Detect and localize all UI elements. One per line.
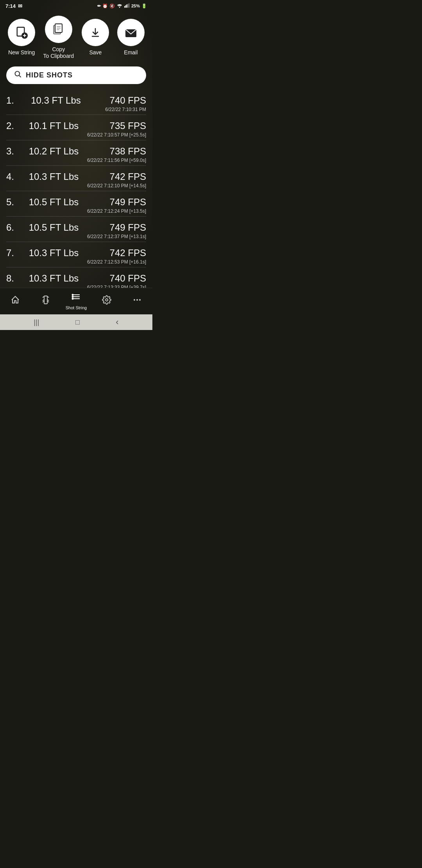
copy-clipboard-icon-circle [45, 16, 72, 43]
svg-point-33 [72, 298, 73, 299]
wifi-icon [116, 3, 123, 9]
hide-shots-label: HIDE SHOTS [26, 71, 73, 79]
shot-right-info: 740 FPS6/22/22 7:13:33 PM [+39.7s] [87, 273, 146, 288]
more-icon [132, 295, 142, 307]
svg-point-19 [15, 71, 20, 76]
new-string-label: New String [8, 49, 35, 56]
shot-energy: 10.3 FT Lbs [20, 247, 87, 258]
table-row[interactable]: 2.10.1 FT Lbs735 FPS6/22/22 7:10:57 PM [… [6, 115, 146, 140]
svg-rect-1 [124, 6, 125, 7]
shot-fps: 742 FPS [87, 247, 146, 258]
android-back[interactable]: ‹ [116, 317, 118, 327]
svg-rect-27 [44, 296, 47, 304]
shot-number: 8. [6, 273, 20, 284]
shot-right-info: 738 FPS6/22/22 7:11:56 PM [+59.0s] [87, 146, 146, 163]
status-bar: 7:14 ✉ ✏ ⏰ 🔇 [0, 0, 152, 11]
shot-right-info: 749 FPS6/22/22 7:12:24 PM [+13.5s] [87, 197, 146, 214]
shot-timestamp: 6/22/22 7:13:33 PM [+39.7s] [87, 285, 146, 288]
shot-string-nav-label: Shot String [66, 305, 87, 310]
svg-rect-5 [129, 3, 129, 7]
svg-line-20 [19, 75, 21, 77]
edit-icon: ✏ [97, 4, 101, 9]
svg-rect-2 [125, 5, 126, 7]
email-icon-circle [117, 19, 145, 46]
shot-fps: 740 FPS [87, 273, 146, 284]
new-string-icon-circle [8, 19, 35, 46]
table-row[interactable]: 3.10.2 FT Lbs738 FPS6/22/22 7:11:56 PM [… [6, 140, 146, 166]
save-icon-circle [82, 19, 109, 46]
battery-display: 25% [131, 4, 140, 8]
shot-timestamp: 6/22/22 7:12:37 PM [+13.1s] [87, 234, 146, 239]
save-label: Save [89, 49, 102, 56]
svg-point-36 [136, 299, 138, 301]
shot-timestamp: 6/22/22 7:12:24 PM [+13.5s] [87, 208, 146, 214]
shot-right-info: 742 FPS6/22/22 7:12:10 PM [+14.5s] [87, 171, 146, 188]
copy-clipboard-label: CopyTo Clipboard [43, 46, 74, 59]
nav-settings[interactable] [95, 295, 118, 307]
table-row[interactable]: 8.10.3 FT Lbs740 FPS6/22/22 7:13:33 PM [… [6, 267, 146, 288]
chrono-icon [41, 295, 50, 307]
svg-rect-4 [127, 4, 128, 8]
copy-clipboard-button[interactable]: CopyTo Clipboard [43, 16, 74, 59]
hide-shots-button[interactable]: HIDE SHOTS [6, 66, 146, 84]
bottom-nav: Shot String [0, 288, 152, 314]
shot-fps: 735 FPS [87, 120, 146, 131]
email-label: Email [124, 49, 138, 56]
shot-fps: 742 FPS [87, 171, 146, 182]
android-home[interactable]: □ [75, 318, 80, 326]
save-button[interactable]: Save [82, 19, 109, 56]
shot-number: 4. [6, 171, 20, 182]
table-row[interactable]: 4.10.3 FT Lbs742 FPS6/22/22 7:12:10 PM [… [6, 166, 146, 191]
shot-number: 6. [6, 222, 20, 233]
shot-timestamp: 6/22/22 7:12:10 PM [+14.5s] [87, 183, 146, 188]
settings-icon [102, 295, 111, 307]
search-icon [14, 70, 22, 80]
svg-point-34 [106, 299, 108, 301]
shot-right-info: 742 FPS6/22/22 7:12:53 PM [+16.1s] [87, 247, 146, 265]
nav-chrono[interactable] [34, 295, 57, 307]
table-row[interactable]: 7.10.3 FT Lbs742 FPS6/22/22 7:12:53 PM [… [6, 242, 146, 267]
mail-icon: ✉ [18, 3, 22, 9]
svg-point-37 [139, 299, 141, 301]
nav-home[interactable] [4, 295, 27, 307]
shot-number: 5. [6, 197, 20, 208]
search-bar-container: HIDE SHOTS [0, 63, 152, 90]
shot-number: 3. [6, 146, 20, 157]
status-left: 7:14 ✉ [5, 3, 22, 9]
shot-energy: 10.2 FT Lbs [20, 146, 87, 157]
shot-fps: 749 FPS [87, 197, 146, 208]
shot-energy: 10.3 FT Lbs [20, 171, 87, 182]
shot-number: 1. [6, 95, 20, 106]
alarm-icon: ⏰ [102, 4, 108, 9]
time-display: 7:14 [5, 3, 16, 9]
shot-fps: 740 FPS [91, 95, 146, 106]
table-row[interactable]: 5.10.5 FT Lbs749 FPS6/22/22 7:12:24 PM [… [6, 191, 146, 217]
shot-energy: 10.5 FT Lbs [20, 197, 87, 208]
table-row[interactable]: 1.10.3 FT Lbs740 FPS6/22/22 7:10:31 PM [6, 90, 146, 115]
shot-timestamp: 6/22/22 7:10:31 PM [91, 107, 146, 112]
shot-timestamp: 6/22/22 7:12:53 PM [+16.1s] [87, 259, 146, 265]
android-recents[interactable]: ||| [34, 318, 39, 326]
new-string-button[interactable]: New String [8, 19, 35, 56]
shot-fps: 749 FPS [87, 222, 146, 233]
email-button[interactable]: Email [117, 19, 145, 56]
shot-string-icon [72, 292, 81, 304]
table-row[interactable]: 6.10.5 FT Lbs749 FPS6/22/22 7:12:37 PM [… [6, 217, 146, 242]
nav-more[interactable] [125, 295, 149, 307]
mute-icon: 🔇 [109, 4, 115, 9]
nav-shot-string[interactable]: Shot String [64, 292, 88, 310]
shot-timestamp: 6/22/22 7:11:56 PM [+59.0s] [87, 158, 146, 163]
signal-icon [124, 3, 130, 9]
shot-energy: 10.1 FT Lbs [20, 120, 87, 131]
status-right: ✏ ⏰ 🔇 25% 🔋 [97, 3, 147, 9]
shot-energy: 10.3 FT Lbs [20, 273, 87, 284]
shot-list: 1.10.3 FT Lbs740 FPS6/22/22 7:10:31 PM2.… [0, 90, 152, 288]
shot-energy: 10.5 FT Lbs [20, 222, 87, 233]
svg-point-0 [119, 7, 120, 8]
shot-number: 7. [6, 247, 20, 258]
svg-point-31 [72, 294, 73, 295]
shot-energy: 10.3 FT Lbs [20, 95, 91, 106]
shot-right-info: 740 FPS6/22/22 7:10:31 PM [91, 95, 146, 112]
svg-rect-3 [127, 4, 127, 7]
shot-right-info: 735 FPS6/22/22 7:10:57 PM [+25.5s] [87, 120, 146, 138]
